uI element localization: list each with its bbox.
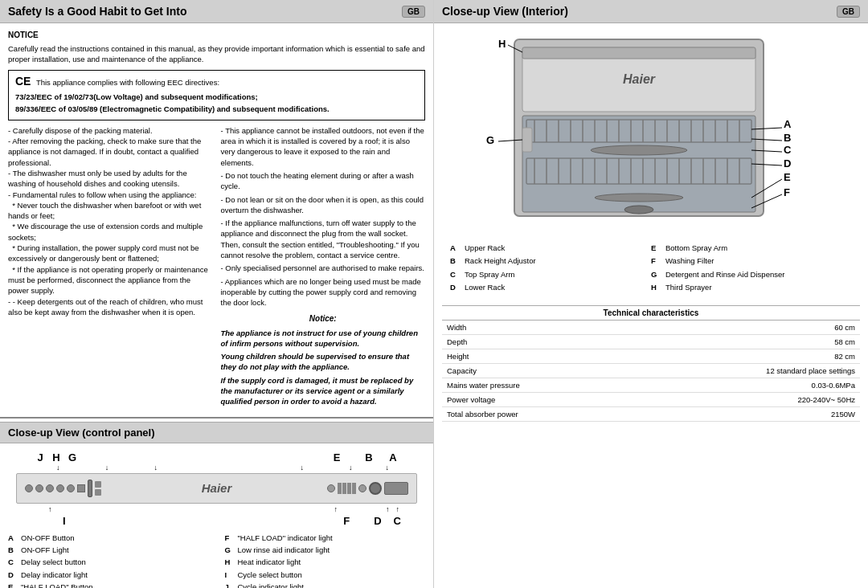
cp-btn-3 — [46, 484, 54, 492]
bullet-3: - Fundamental rules to follow when using… — [8, 190, 213, 200]
tech-value-4: 0.03-0.6MPa — [633, 378, 860, 393]
tech-row-5: Power voltage 220-240V~ 50Hz — [442, 393, 860, 407]
legend-F: F "HALF LOAD" indicator light — [225, 533, 426, 543]
right-title: Close-up View (Interior) — [442, 5, 568, 18]
ce-text: This appliance complies with following E… — [36, 78, 219, 87]
directive-2: 89/336/EEC of 03/05/89 (Electromagnetic … — [15, 104, 418, 114]
bullet-5: * We discourage the use of extension cor… — [8, 221, 213, 243]
svg-rect-2 — [522, 47, 755, 59]
bullet-2: - The dishwasher must only be used by ad… — [8, 168, 213, 190]
cp-btn-6 — [77, 484, 85, 492]
cp-label-H: H — [48, 451, 64, 463]
int-legend-G: G Detergent and Rinse Aid Dispenser — [651, 270, 852, 280]
rc-2: - Do not lean or sit on the door when it… — [221, 194, 426, 216]
tech-label-1: Depth — [442, 335, 633, 349]
bullet-items: - Carefully dispose of the packing mater… — [8, 125, 213, 317]
left-gb-badge: GB — [402, 6, 425, 18]
notice-title: NOTICE — [8, 30, 425, 41]
svg-text:D: D — [784, 157, 791, 169]
svg-point-43 — [595, 194, 683, 202]
legend-J: J Cycle indicator light — [225, 582, 426, 588]
ce-mark: CE — [15, 75, 31, 88]
tech-section: Technical characteristics Width 60 cm De… — [434, 305, 868, 422]
rc-0: - This appliance cannot be installed out… — [221, 125, 426, 168]
svg-point-23 — [591, 145, 687, 155]
tech-label-6: Total absorber power — [442, 407, 633, 422]
svg-text:F: F — [784, 186, 790, 198]
tech-value-6: 2150W — [633, 407, 860, 422]
ce-box: CE This appliance complies with followin… — [8, 70, 425, 120]
dishwasher-svg: Haier H A B C D E — [442, 31, 860, 232]
tech-value-3: 12 standard place settings — [633, 364, 860, 378]
cp-arrows-down: ↓ ↓ ↓ ↓ ↓ ↓ — [8, 463, 425, 472]
legend-B: B ON-OFF Light — [8, 545, 209, 555]
cp-btn-5 — [67, 484, 75, 492]
col-right-safety: - This appliance cannot be installed out… — [221, 125, 426, 407]
legend-D: D Delay indicator light — [8, 570, 209, 580]
cp-panel-row: Haier — [16, 473, 417, 504]
notice-bold-0: The appliance is not instruct for use of… — [221, 328, 426, 349]
legend-G: G Low rinse aid indicator light — [225, 545, 426, 555]
right-header: Close-up View (Interior) GB — [434, 0, 868, 23]
svg-text:A: A — [784, 118, 792, 130]
tech-row-4: Mains water pressure 0.03-0.6MPa — [442, 378, 860, 393]
tech-label-5: Power voltage — [442, 393, 633, 407]
control-panel-title: Close-up View (control panel) — [8, 427, 155, 439]
int-legend-A: A Upper Rack — [450, 243, 651, 253]
svg-text:H: H — [498, 38, 506, 50]
int-leg-col-right: E Bottom Spray Arm F Washing Filter G De… — [651, 243, 852, 296]
interior-legend: A Upper Rack B Rack Height Adjustor C To… — [434, 240, 868, 299]
rc-4: - Only specialised personnel are authori… — [221, 263, 426, 273]
tech-title: Technical characteristics — [442, 305, 860, 321]
cp-bottom-labels: I F D C — [8, 515, 425, 527]
cp-btn-4 — [56, 484, 64, 492]
int-legend-H: H Third Sprayer — [651, 283, 852, 292]
bullet-1: - After removing the packing, check to m… — [8, 136, 213, 168]
legend-A: A ON-OFF Button — [8, 533, 209, 543]
tech-row-3: Capacity 12 standard place settings — [442, 364, 860, 378]
cp-spacer2 — [345, 451, 361, 463]
svg-rect-45 — [522, 128, 532, 152]
svg-text:G: G — [486, 134, 494, 146]
cp-label-J: J — [32, 451, 48, 463]
legend-H: H Heat indicator light — [225, 557, 426, 567]
cp-haier-label: Haier — [202, 481, 232, 495]
bullet-6: * During installation, the power supply … — [8, 243, 213, 264]
cp-legend-col-left: A ON-OFF Button B ON-OFF Light C Delay s… — [8, 533, 209, 588]
rc-3: - If the appliance malfunctions, turn of… — [221, 218, 426, 260]
cp-btn-group — [95, 481, 101, 496]
tech-table: Width 60 cm Depth 58 cm Height 82 cm Cap… — [442, 321, 860, 422]
two-col-safety: - Carefully dispose of the packing mater… — [8, 125, 425, 407]
col-left-safety: - Carefully dispose of the packing mater… — [8, 125, 213, 407]
cp-label-D-bottom: D — [374, 515, 381, 527]
cp-label-A: A — [385, 451, 401, 463]
tech-row-1: Depth 58 cm — [442, 335, 860, 349]
cp-label-B: B — [361, 451, 377, 463]
tech-label-0: Width — [442, 321, 633, 335]
tech-value-0: 60 cm — [633, 321, 860, 335]
safety-content: NOTICE Carefully read the instructions c… — [0, 23, 433, 414]
svg-text:E: E — [784, 171, 791, 183]
tech-label-2: Height — [442, 349, 633, 364]
control-panel-header: Close-up View (control panel) — [0, 422, 433, 443]
int-leg-col-left: A Upper Rack B Rack Height Adjustor C To… — [450, 243, 651, 296]
legend-I: I Cycle select button — [225, 570, 426, 580]
cp-spacer3 — [377, 451, 385, 463]
directive-1: 73/23/EEC of 19/02/73(Low Voltage) and s… — [15, 92, 418, 102]
cp-arrows-up: ↑ ↑ ↑ ↑ — [8, 505, 425, 513]
notice-bold-2: If the supply cord is damaged, it must b… — [221, 375, 426, 407]
tech-row-2: Height 82 cm — [442, 349, 860, 364]
svg-point-44 — [624, 206, 653, 214]
cp-legend: A ON-OFF Button B ON-OFF Light C Delay s… — [8, 533, 425, 588]
int-legend-C: C Top Spray Arm — [450, 270, 651, 280]
tech-value-2: 82 cm — [633, 349, 860, 364]
tech-label-3: Capacity — [442, 364, 633, 378]
svg-text:B: B — [784, 132, 791, 144]
notice-bold-1: Young children should be supervised to e… — [221, 351, 426, 373]
bullet-0: - Carefully dispose of the packing mater… — [8, 125, 213, 136]
bullet-4: * Never touch the dishwasher when barefo… — [8, 200, 213, 222]
int-legend-D: D Lower Rack — [450, 283, 651, 292]
cp-label-G: G — [64, 451, 80, 463]
right-gb-badge: GB — [837, 6, 860, 18]
svg-text:Haier: Haier — [623, 72, 656, 86]
